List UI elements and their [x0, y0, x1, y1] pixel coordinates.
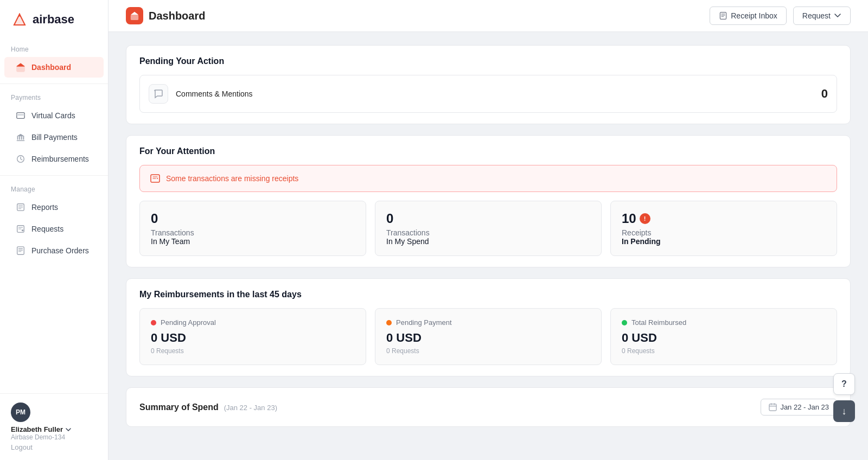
svg-rect-16 [769, 404, 776, 411]
requests-icon [15, 223, 26, 234]
download-button[interactable]: ↓ [833, 400, 855, 422]
content: Pending Your Action Comments & Mentions … [108, 32, 868, 460]
reimbursements-card: My Reimbursements in the last 45 days Pe… [126, 278, 851, 376]
user-name: Elizabeth Fuller [11, 425, 97, 433]
stat-spend-label-sub: In My Spend [386, 237, 590, 246]
logout-link[interactable]: Logout [11, 443, 97, 451]
summary-spend-subtitle: (Jan 22 - Jan 23) [224, 404, 277, 412]
pending-alert-icon: ! [640, 213, 650, 224]
summary-spend-card: Summary of Spend (Jan 22 - Jan 23) Jan 2… [126, 387, 851, 427]
sidebar-item-reports[interactable]: Reports [4, 197, 104, 218]
reimb-pending-approval-amount: 0 USD [151, 331, 355, 345]
calendar-icon [769, 403, 777, 411]
reimb-pending-approval-header: Pending Approval [151, 318, 355, 327]
request-button[interactable]: Request [793, 7, 851, 25]
sidebar-item-purchase-orders-label: Purchase Orders [31, 246, 89, 255]
reimb-pending-approval-requests: 0 Requests [151, 347, 355, 355]
summary-spend-title: Summary of Spend [139, 403, 219, 412]
home-icon [15, 62, 26, 73]
stat-receipts-label-sub: In Pending [622, 237, 826, 246]
stat-pending-receipts[interactable]: 10 ! Receipts In Pending [610, 201, 837, 256]
stat-team-number: 0 [151, 211, 355, 226]
reimb-total-reimbursed[interactable]: Total Reimbursed 0 USD 0 Requests [610, 308, 837, 365]
sidebar-item-reimbursements-label: Reimbursements [31, 155, 89, 163]
card-icon [15, 110, 26, 121]
dashboard-icon [126, 7, 143, 24]
alert-icon [150, 173, 161, 184]
main-area: Dashboard Receipt Inbox Request Pending … [108, 0, 868, 460]
stat-spend-number: 0 [386, 211, 590, 226]
receipt-inbox-button[interactable]: Receipt Inbox [710, 7, 787, 25]
comments-label: Comments & Mentions [176, 90, 814, 98]
page-title: Dashboard [126, 7, 205, 24]
comments-icon [153, 88, 164, 99]
svg-rect-4 [19, 136, 20, 139]
svg-rect-6 [23, 136, 24, 139]
stat-spend-transactions[interactable]: 0 Transactions In My Spend [375, 201, 602, 256]
sidebar-section-payments: Payments [0, 90, 108, 105]
attention-title: For Your Attention [139, 146, 837, 156]
reimb-pending-approval[interactable]: Pending Approval 0 USD 0 Requests [139, 308, 366, 365]
sidebar-item-virtual-cards-label: Virtual Cards [31, 111, 75, 120]
stat-team-label-main: Transactions [151, 228, 355, 237]
topbar-actions: Receipt Inbox Request [710, 7, 851, 25]
svg-point-15 [157, 178, 158, 179]
reports-icon [15, 202, 26, 213]
reimb-total-reimbursed-requests: 0 Requests [622, 347, 826, 355]
sidebar-item-virtual-cards[interactable]: Virtual Cards [4, 105, 104, 126]
svg-rect-13 [720, 12, 726, 20]
reimb-pending-payment-requests: 0 Requests [386, 347, 590, 355]
dot-red [151, 320, 156, 325]
reimbursements-title: My Reimbursements in the last 45 days [139, 290, 837, 299]
sidebar-section-manage: Manage [0, 181, 108, 196]
chevron-down-icon [65, 426, 72, 433]
sidebar-item-reports-label: Reports [31, 203, 58, 212]
sidebar-section-home: Home [0, 41, 108, 56]
stat-team-transactions[interactable]: 0 Transactions In My Team [139, 201, 366, 256]
reimb-total-reimbursed-amount: 0 USD [622, 331, 826, 345]
pending-action-title: Pending Your Action [139, 56, 837, 66]
svg-rect-3 [17, 136, 18, 139]
alert-text: Some transactions are missing receipts [166, 174, 298, 183]
summary-spend-title-wrap: Summary of Spend (Jan 22 - Jan 23) [139, 403, 277, 412]
sidebar-item-dashboard-label: Dashboard [31, 63, 71, 72]
svg-rect-2 [17, 114, 24, 116]
svg-rect-5 [21, 136, 22, 139]
attention-stats-grid: 0 Transactions In My Team 0 Transactions… [139, 201, 837, 256]
svg-rect-0 [17, 66, 24, 72]
sidebar-user: PM Elizabeth Fuller Airbase Demo-134 Log… [0, 393, 108, 460]
help-button[interactable]: ? [833, 373, 855, 395]
svg-rect-12 [131, 15, 138, 20]
date-range-button[interactable]: Jan 22 - Jan 23 [761, 399, 837, 416]
user-org: Airbase Demo-134 [11, 433, 97, 441]
missing-receipts-alert[interactable]: Some transactions are missing receipts [139, 165, 837, 192]
sidebar-item-reimbursements[interactable]: Reimbursements [4, 149, 104, 169]
reimb-icon [15, 154, 26, 164]
reimb-total-reimbursed-header: Total Reimbursed [622, 318, 826, 327]
receipt-icon [719, 11, 727, 20]
sidebar-item-bill-payments[interactable]: Bill Payments [4, 127, 104, 148]
bank-icon [15, 132, 26, 143]
sidebar-item-purchase-orders[interactable]: Purchase Orders [4, 240, 104, 261]
reimb-pending-payment-amount: 0 USD [386, 331, 590, 345]
svg-point-10 [22, 229, 24, 232]
stat-receipts-number: 10 ! [622, 211, 826, 226]
app-name: airbase [33, 12, 74, 27]
sidebar-item-requests-label: Requests [31, 225, 63, 233]
comments-count: 0 [821, 87, 828, 101]
avatar: PM [11, 403, 30, 422]
chevron-down-icon [834, 12, 841, 20]
sidebar-logo: airbase [0, 0, 108, 41]
sidebar: airbase Home Dashboard Payments Virtual … [0, 0, 108, 460]
dot-orange [386, 320, 392, 325]
stat-spend-label-main: Transactions [386, 228, 590, 237]
sidebar-item-dashboard[interactable]: Dashboard [4, 57, 104, 78]
summary-spend-header: Summary of Spend (Jan 22 - Jan 23) Jan 2… [139, 399, 837, 416]
sidebar-item-requests[interactable]: Requests [4, 219, 104, 239]
reimb-pending-payment[interactable]: Pending Payment 0 USD 0 Requests [375, 308, 602, 365]
airbase-logo-icon [11, 11, 28, 28]
po-icon [15, 245, 26, 256]
stat-team-label-sub: In My Team [151, 237, 355, 246]
dot-green [622, 320, 627, 325]
comments-mentions-row: Comments & Mentions 0 [139, 75, 837, 113]
